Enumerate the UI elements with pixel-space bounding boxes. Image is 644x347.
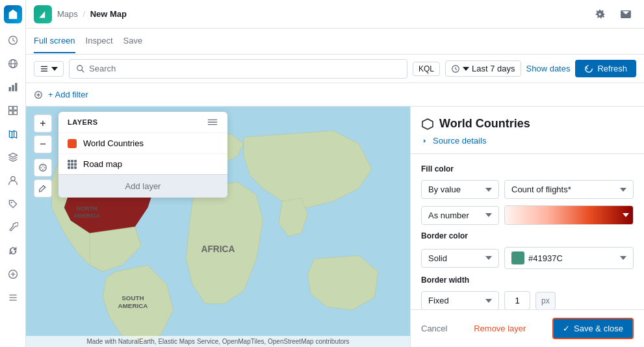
settings-icon[interactable] [589, 4, 610, 25]
compass-button[interactable] [34, 159, 52, 177]
right-panel-header: World Countries Source details [411, 107, 644, 154]
breadcrumb-page: New Map [90, 9, 127, 19]
layer-road-map-label: Road map [83, 159, 122, 169]
layers-menu-icon[interactable] [207, 118, 218, 126]
zoom-in-button[interactable]: + [34, 114, 52, 133]
border-style-label: Solid [428, 253, 447, 263]
map-controls: + − [34, 114, 52, 198]
layer-color-dot [68, 139, 77, 148]
remove-layer-button[interactable]: Remove layer [474, 324, 526, 333]
layer-world-countries[interactable]: World Countries [58, 133, 227, 153]
breadcrumb: Maps / New Map [57, 9, 127, 19]
filter-type-button[interactable] [34, 61, 64, 77]
search-box[interactable]: Search [69, 59, 407, 79]
border-color-hex: #41937C [528, 253, 563, 263]
svg-point-13 [10, 177, 14, 181]
layer-type-icon [421, 118, 434, 131]
sidebar-icon-layers[interactable] [3, 147, 23, 168]
border-width-unit: px [535, 292, 556, 310]
zoom-out-button[interactable]: − [34, 135, 52, 153]
border-width-mode-label: Fixed [428, 296, 449, 305]
border-width-input[interactable] [504, 291, 530, 309]
show-dates-button[interactable]: Show dates [526, 64, 571, 73]
time-range-label: Last 7 days [472, 64, 515, 73]
source-details-button[interactable]: Source details [421, 136, 634, 146]
svg-rect-9 [8, 111, 12, 115]
sidebar-icon-refresh[interactable] [3, 240, 23, 261]
mail-icon[interactable] [615, 4, 636, 25]
svg-text:AMERICA: AMERICA [73, 212, 101, 219]
tab-inspect[interactable]: Inspect [86, 29, 113, 53]
border-color-row: Solid #41937C [421, 247, 634, 269]
fill-mode-label: By value [428, 185, 461, 194]
border-color-section-label: Border color [421, 231, 634, 240]
sidebar-icon-clock[interactable] [3, 30, 23, 51]
layer-road-map[interactable]: Road map [58, 153, 227, 174]
top-bar: Maps / New Map [26, 0, 644, 29]
right-panel-footer: Cancel Remove layer ✓ Save & close [411, 309, 644, 347]
sidebar-icon-chart[interactable] [3, 77, 23, 97]
search-placeholder: Search [89, 64, 116, 73]
save-close-button[interactable]: ✓ Save & close [552, 318, 634, 339]
add-filter-button[interactable]: + Add filter [48, 90, 88, 99]
svg-rect-24 [41, 70, 48, 71]
color-gradient-picker[interactable] [504, 205, 634, 225]
svg-point-35 [40, 164, 47, 172]
sidebar-icon-tag[interactable] [3, 194, 23, 214]
fill-color-row1: By value Count of flights* [421, 180, 634, 199]
map-area: AFRICA NORTH AMERICA SOUTH AMERICA [26, 107, 410, 347]
sidebar-icon-menu[interactable] [3, 287, 23, 308]
refresh-button[interactable]: Refresh [575, 60, 636, 77]
layers-title: LAYERS [68, 118, 98, 126]
sidebar-icon-plus-circle[interactable] [3, 264, 23, 285]
svg-point-14 [10, 201, 12, 203]
fill-field-dropdown[interactable]: Count of flights* [504, 180, 634, 199]
layers-header: LAYERS [58, 112, 227, 133]
left-sidebar [0, 0, 26, 347]
fill-mode-dropdown[interactable]: By value [421, 180, 499, 199]
nav-tabs: Full screen Inspect Save [26, 29, 644, 55]
main-area: Maps / New Map Full screen Inspect Save [26, 0, 644, 347]
right-panel-body: Fill color By value Count of flights* As… [411, 154, 644, 309]
panel-title-text: World Countries [439, 117, 530, 131]
svg-text:AMERICA: AMERICA [118, 302, 148, 309]
svg-rect-22 [41, 66, 48, 66]
filter-options-icon[interactable] [34, 90, 43, 99]
kibana-icon [34, 5, 52, 23]
content-area: AFRICA NORTH AMERICA SOUTH AMERICA [26, 107, 644, 347]
time-filter[interactable]: Last 7 days [445, 60, 521, 77]
svg-line-26 [82, 70, 84, 72]
sidebar-icon-person[interactable] [3, 170, 23, 191]
tab-fullscreen[interactable]: Full screen [34, 29, 75, 53]
top-bar-right [589, 4, 636, 25]
refresh-label: Refresh [597, 64, 627, 73]
draw-button[interactable] [34, 179, 52, 198]
layers-panel: LAYERS World Countries Road map [58, 112, 227, 198]
save-icon: ✓ [563, 324, 570, 333]
sidebar-icon-wrench[interactable] [3, 217, 23, 238]
add-layer-button[interactable]: Add layer [58, 174, 227, 198]
fill-type-label: As number [428, 211, 469, 220]
border-color-dropdown[interactable]: #41937C [504, 247, 634, 269]
kql-badge[interactable]: KQL [413, 62, 440, 76]
border-width-mode-dropdown[interactable]: Fixed [421, 291, 499, 309]
sidebar-icon-grid[interactable] [3, 100, 23, 121]
border-style-dropdown[interactable]: Solid [421, 249, 499, 268]
tab-save[interactable]: Save [123, 29, 143, 53]
fill-type-dropdown[interactable]: As number [421, 206, 499, 225]
svg-rect-4 [8, 87, 10, 91]
app-logo [4, 5, 22, 23]
svg-text:NORTH: NORTH [77, 205, 97, 212]
sidebar-icon-map[interactable] [3, 123, 23, 144]
sidebar-icon-globe[interactable] [3, 53, 23, 74]
source-details-label: Source details [433, 136, 486, 146]
svg-text:AFRICA: AFRICA [201, 244, 235, 254]
save-label: Save & close [574, 324, 623, 333]
border-color-swatch [511, 251, 524, 264]
breadcrumb-app: Maps [57, 9, 78, 19]
svg-rect-6 [15, 83, 17, 92]
cancel-button[interactable]: Cancel [421, 324, 447, 333]
right-panel-title: World Countries [421, 117, 634, 131]
fill-color-row2: As number [421, 205, 634, 225]
svg-rect-5 [12, 85, 14, 92]
